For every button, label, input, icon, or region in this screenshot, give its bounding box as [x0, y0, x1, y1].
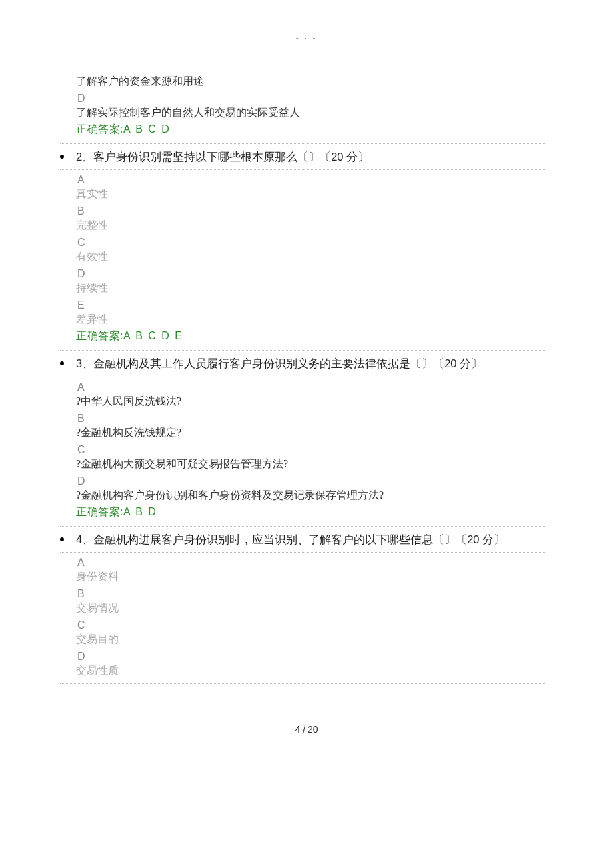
page-header-marks: - - -: [67, 33, 546, 41]
option-letter: A: [77, 174, 546, 186]
option-letter: B: [77, 205, 546, 217]
correct-answer: 正确答案:A B D: [76, 505, 546, 519]
option-letter: D: [77, 651, 546, 663]
option-text: 真实性: [76, 187, 546, 201]
question-header: 3、金融机构及其工作人员履行客户身份识别义务的主要法律依据是〔〕〔20 分〕: [60, 350, 546, 377]
options-list: A ?中华人民国反洗钱法? B ?金融机构反洗钱规定? C ?金融机构大额交易和…: [67, 381, 546, 519]
answer-value: A B C D: [123, 123, 171, 135]
option-letter: C: [77, 237, 546, 249]
option-text: 了解实际控制客户的自然人和交易的实际受益人: [76, 106, 546, 120]
option-text: 交易情况: [76, 601, 546, 615]
option-letter: C: [77, 619, 546, 631]
option-text: 持续性: [76, 281, 546, 295]
option-text: 交易目的: [76, 633, 546, 647]
answer-label: 正确答案:: [76, 123, 123, 135]
option-text: ?中华人民国反洗钱法?: [76, 395, 546, 409]
bullet-icon: [60, 155, 64, 159]
option-letter: B: [77, 413, 546, 425]
question-title: 4、金融机构进展客户身份识别时，应当识别、了解客户的以下哪些信息〔〕〔20 分〕: [76, 531, 505, 548]
option-text: 了解客户的资金来源和用途: [76, 75, 546, 89]
document-page: - - - 了解客户的资金来源和用途 D 了解实际控制客户的自然人和交易的实际受…: [0, 0, 613, 761]
divider: [60, 683, 546, 684]
option-letter: D: [77, 268, 546, 280]
answer-label: 正确答案:: [76, 330, 123, 341]
option-text: 身份资料: [76, 570, 546, 584]
options-list: A 身份资料 B 交易情况 C 交易目的 D 交易性质: [67, 557, 546, 678]
answer-value: A B C D E: [123, 330, 183, 341]
question-text: 客户身份识别需坚持以下哪些根本原那么〔〕〔20 分〕: [93, 151, 369, 163]
option-text: 有效性: [76, 250, 546, 264]
question-header: 2、客户身份识别需坚持以下哪些根本原那么〔〕〔20 分〕: [60, 143, 546, 170]
question-number: 4、: [76, 533, 93, 545]
option-letter: D: [77, 475, 546, 487]
answer-label: 正确答案:: [76, 506, 123, 517]
question-block-2: 2、客户身份识别需坚持以下哪些根本原那么〔〕〔20 分〕 A 真实性 B 完整性…: [67, 143, 546, 343]
question-block-4: 4、金融机构进展客户身份识别时，应当识别、了解客户的以下哪些信息〔〕〔20 分〕…: [67, 526, 546, 684]
correct-answer: 正确答案:A B C D E: [76, 329, 546, 343]
question-text: 金融机构及其工作人员履行客户身份识别义务的主要法律依据是〔〕〔20 分〕: [93, 357, 482, 369]
option-text: 差异性: [76, 313, 546, 327]
question-block-3: 3、金融机构及其工作人员履行客户身份识别义务的主要法律依据是〔〕〔20 分〕 A…: [67, 350, 546, 519]
answer-value: A B D: [123, 506, 157, 517]
options-list: A 真实性 B 完整性 C 有效性 D 持续性 E 差异性 正确答案:A B C…: [67, 174, 546, 343]
option-text: ?金融机构反洗钱规定?: [76, 426, 546, 440]
option-letter: C: [77, 444, 546, 456]
q1-continuation: 了解客户的资金来源和用途 D 了解实际控制客户的自然人和交易的实际受益人 正确答…: [67, 75, 546, 137]
question-title: 2、客户身份识别需坚持以下哪些根本原那么〔〕〔20 分〕: [76, 148, 369, 165]
option-text: 完整性: [76, 219, 546, 233]
option-letter: B: [77, 588, 546, 600]
option-letter: A: [77, 557, 546, 569]
option-letter: E: [77, 299, 546, 311]
question-number: 2、: [76, 151, 93, 163]
bullet-icon: [60, 361, 64, 365]
option-text: 交易性质: [76, 664, 546, 678]
question-title: 3、金融机构及其工作人员履行客户身份识别义务的主要法律依据是〔〕〔20 分〕: [76, 355, 482, 372]
option-letter: A: [77, 381, 546, 393]
option-text: ?金融机构大额交易和可疑交易报告管理方法?: [76, 457, 546, 471]
question-text: 金融机构进展客户身份识别时，应当识别、了解客户的以下哪些信息〔〕〔20 分〕: [93, 533, 505, 545]
option-text: ?金融机构客户身份识别和客户身份资料及交易记录保存管理方法?: [76, 489, 546, 503]
option-letter: D: [77, 93, 546, 105]
question-number: 3、: [76, 357, 93, 369]
question-header: 4、金融机构进展客户身份识别时，应当识别、了解客户的以下哪些信息〔〕〔20 分〕: [60, 526, 546, 553]
page-footer: 4 / 20: [67, 724, 546, 735]
bullet-icon: [60, 537, 64, 541]
correct-answer: 正确答案:A B C D: [76, 123, 546, 137]
